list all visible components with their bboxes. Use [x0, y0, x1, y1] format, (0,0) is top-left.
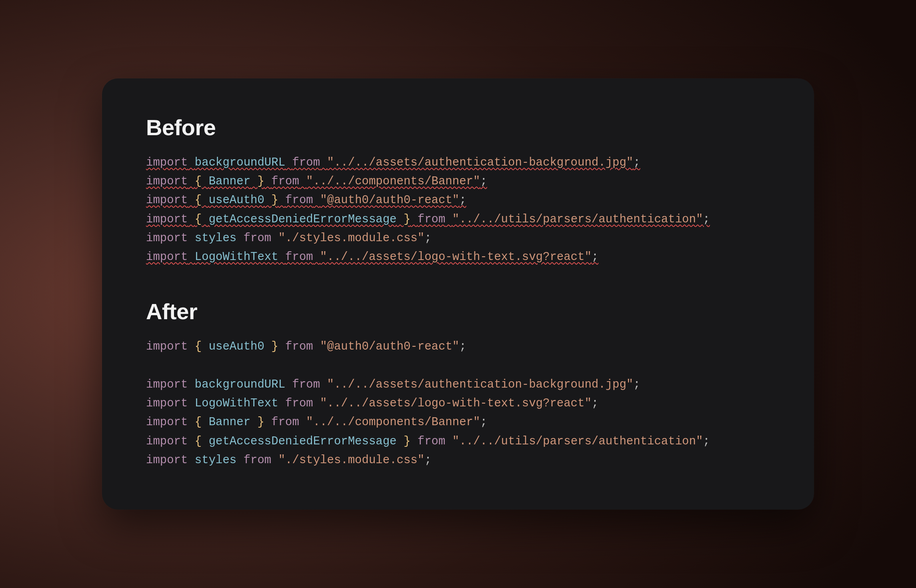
- code-token: "./styles.module.css": [278, 454, 424, 467]
- code-token: [278, 194, 285, 207]
- code-token: [313, 250, 320, 264]
- code-token: [397, 213, 404, 226]
- code-token: from: [418, 213, 446, 226]
- code-line: import backgroundURL from "../../assets/…: [146, 375, 770, 394]
- code-line: import { useAuth0 } from "@auth0/auth0-r…: [146, 191, 770, 210]
- code-token: [320, 378, 327, 391]
- after-code-block: import { useAuth0 } from "@auth0/auth0-r…: [146, 337, 770, 470]
- code-token: [264, 194, 271, 207]
- code-token: from: [292, 378, 320, 391]
- after-section: After import { useAuth0 } from "@auth0/a…: [146, 298, 770, 470]
- code-token: [278, 397, 285, 410]
- code-token: from: [244, 232, 272, 245]
- code-token: [202, 340, 208, 353]
- code-token: [188, 250, 194, 264]
- code-token: [202, 194, 208, 207]
- code-token: getAccessDeniedErrorMessage: [209, 213, 397, 226]
- code-token: [188, 213, 194, 226]
- code-token: [445, 435, 452, 448]
- code-token: }: [404, 213, 410, 226]
- code-token: getAccessDeniedErrorMessage: [209, 435, 397, 448]
- code-token: [188, 454, 194, 467]
- before-section: Before import backgroundURL from "../../…: [146, 114, 770, 267]
- code-token: import: [146, 435, 188, 448]
- code-token: from: [271, 416, 299, 429]
- code-token: "../../assets/authentication-background.…: [327, 378, 634, 391]
- code-token: from: [285, 250, 313, 264]
- code-token: [285, 156, 292, 169]
- code-token: [264, 175, 271, 188]
- before-code-block: import backgroundURL from "../../assets/…: [146, 153, 770, 267]
- code-token: import: [146, 175, 188, 188]
- code-token: [188, 378, 194, 391]
- code-token: styles: [195, 232, 236, 245]
- code-token: }: [257, 175, 264, 188]
- code-token: }: [257, 416, 264, 429]
- code-line: import { Banner } from "../../components…: [146, 172, 770, 191]
- code-line: import LogoWithText from "../../assets/l…: [146, 248, 770, 266]
- code-token: [313, 194, 320, 207]
- code-token: "./styles.module.css": [278, 232, 424, 245]
- code-token: from: [271, 175, 299, 188]
- code-token: "../../assets/logo-with-text.svg?react": [320, 250, 592, 264]
- code-token: ;: [480, 175, 487, 188]
- code-token: [264, 416, 271, 429]
- code-token: {: [195, 416, 202, 429]
- code-token: ;: [703, 213, 710, 226]
- code-token: from: [244, 454, 272, 467]
- code-token: ;: [633, 156, 640, 169]
- code-token: import: [146, 213, 188, 226]
- code-token: ;: [459, 194, 466, 207]
- code-token: }: [404, 435, 410, 448]
- code-token: useAuth0: [209, 340, 264, 353]
- code-token: from: [285, 194, 313, 207]
- code-token: "../../assets/logo-with-text.svg?react": [320, 397, 592, 410]
- code-token: [313, 340, 320, 353]
- code-token: ;: [459, 340, 466, 353]
- code-line: import { useAuth0 } from "@auth0/auth0-r…: [146, 337, 770, 356]
- code-token: Banner: [209, 416, 250, 429]
- code-token: ;: [424, 232, 431, 245]
- before-heading: Before: [146, 114, 770, 140]
- code-token: }: [271, 340, 278, 353]
- code-token: [188, 156, 194, 169]
- code-token: import: [146, 232, 188, 245]
- code-token: [202, 416, 208, 429]
- code-token: "../../components/Banner": [306, 175, 480, 188]
- code-token: LogoWithText: [195, 397, 278, 410]
- code-token: [236, 232, 243, 245]
- code-line: import { getAccessDeniedErrorMessage } f…: [146, 432, 770, 451]
- code-token: import: [146, 340, 188, 353]
- code-token: from: [285, 397, 313, 410]
- code-token: [271, 454, 278, 467]
- code-token: [397, 435, 404, 448]
- code-token: [188, 340, 194, 353]
- code-token: import: [146, 156, 188, 169]
- code-token: ;: [424, 454, 431, 467]
- code-line: import backgroundURL from "../../assets/…: [146, 153, 770, 172]
- code-token: [188, 435, 194, 448]
- code-comparison-card: Before import backgroundURL from "../../…: [102, 78, 814, 510]
- code-token: LogoWithText: [195, 250, 278, 264]
- code-line: [146, 356, 770, 375]
- code-token: import: [146, 454, 188, 467]
- code-token: [188, 416, 194, 429]
- code-token: [202, 435, 208, 448]
- code-token: [410, 435, 417, 448]
- code-token: [264, 340, 271, 353]
- code-line: import LogoWithText from "../../assets/l…: [146, 394, 770, 413]
- code-token: backgroundURL: [195, 156, 285, 169]
- code-token: }: [271, 194, 278, 207]
- code-token: [188, 397, 194, 410]
- code-token: backgroundURL: [195, 378, 285, 391]
- code-token: [188, 175, 194, 188]
- code-token: [410, 213, 417, 226]
- code-token: import: [146, 194, 188, 207]
- code-token: {: [195, 213, 202, 226]
- code-token: [320, 156, 327, 169]
- code-line: import { Banner } from "../../components…: [146, 413, 770, 432]
- code-line: import { getAccessDeniedErrorMessage } f…: [146, 210, 770, 229]
- code-token: [299, 175, 306, 188]
- code-token: "@auth0/auth0-react": [320, 340, 459, 353]
- code-token: "../../components/Banner": [306, 416, 480, 429]
